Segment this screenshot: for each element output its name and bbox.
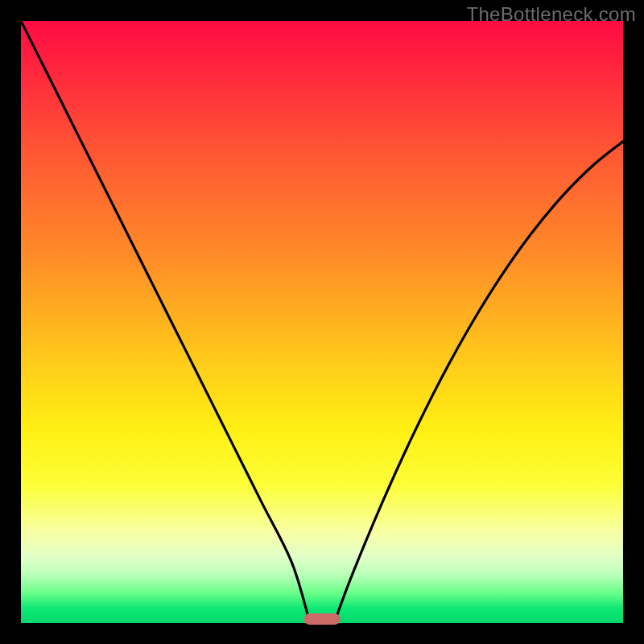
- chart-frame: TheBottleneck.com: [0, 0, 644, 644]
- bottleneck-marker: [304, 613, 341, 625]
- right-curve: [334, 142, 623, 623]
- plot-area: [21, 21, 623, 623]
- left-curve: [21, 21, 310, 623]
- curve-layer: [21, 21, 623, 623]
- watermark-text: TheBottleneck.com: [466, 3, 636, 26]
